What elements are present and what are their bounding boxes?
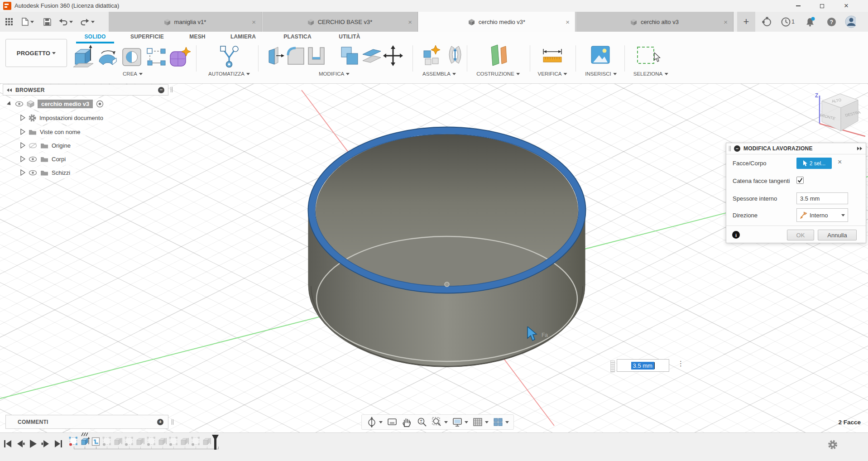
rectangular-pattern-icon[interactable]	[147, 48, 167, 66]
group-label-costruzione[interactable]: COSTRUZIONE	[476, 70, 520, 77]
step-forward-icon[interactable]	[41, 440, 50, 448]
new-component-icon[interactable]	[422, 44, 443, 67]
document-tab-maniglia[interactable]: maniglia v1* ×	[109, 12, 262, 32]
ribbon-tab-superficie[interactable]: SUPERFICIE	[130, 34, 164, 42]
generative-design-icon[interactable]	[219, 45, 240, 68]
measure-icon[interactable]	[542, 47, 563, 64]
panel-grip[interactable]	[171, 87, 173, 92]
extensions-icon[interactable]	[762, 17, 772, 27]
timeline-extrude-feature-suppressed[interactable]	[180, 437, 189, 447]
dialog-header[interactable]: − MODIFICA LAVORAZIONE	[726, 143, 866, 154]
play-icon[interactable]	[29, 439, 37, 448]
window-minimize-button[interactable]	[788, 0, 808, 12]
tab-close-icon[interactable]: ×	[408, 18, 412, 26]
notifications-bell-icon[interactable]	[805, 17, 816, 27]
timeline-sketch-feature-suppressed[interactable]	[169, 437, 178, 447]
construction-plane-icon[interactable]	[488, 43, 509, 68]
ribbon-tab-mesh[interactable]: MESH	[189, 34, 205, 42]
browser-row-schizzi[interactable]: Schizzi	[20, 167, 76, 178]
step-back-icon[interactable]	[16, 440, 25, 448]
user-avatar[interactable]	[845, 17, 856, 27]
ribbon-tab-lamiera[interactable]: LAMIERA	[230, 34, 256, 42]
group-label-automatizza[interactable]: AUTOMATIZZA	[208, 70, 250, 77]
file-menu-icon[interactable]	[20, 17, 35, 27]
document-tab-cerchio-medio[interactable]: cerchio medio v3* ×	[418, 12, 575, 32]
zoom-icon[interactable]: ±	[417, 417, 427, 427]
timeline-shell-feature[interactable]	[91, 437, 101, 447]
group-label-crea[interactable]: CREA	[123, 70, 143, 77]
document-tab-cerchio-alto[interactable]: cerchio alto v3 ×	[576, 12, 734, 32]
document-tab-cerchio-base[interactable]: CERCHIO BASE v3* ×	[262, 12, 418, 32]
joint-icon[interactable]	[446, 44, 465, 67]
move-icon[interactable]	[383, 45, 403, 66]
browser-panel-header[interactable]: BROWSER −	[3, 84, 168, 96]
redo-icon[interactable]	[80, 17, 95, 27]
panel-grip[interactable]	[172, 419, 173, 425]
chain-faces-checkbox[interactable]	[796, 177, 804, 184]
group-label-assembla[interactable]: ASSEMBLA	[422, 70, 456, 77]
create-form-icon[interactable]	[168, 46, 191, 67]
help-icon[interactable]: ?	[826, 17, 837, 27]
browser-row-component[interactable]: cerchio medio v3	[7, 98, 109, 110]
collapse-panel-icon[interactable]	[7, 88, 12, 92]
clear-selection-icon[interactable]: ×	[838, 158, 842, 166]
grid-settings-icon[interactable]	[472, 417, 489, 427]
visibility-eye-icon[interactable]	[15, 101, 24, 107]
visibility-eye-icon[interactable]	[29, 156, 37, 162]
expand-collapsed-icon[interactable]	[20, 169, 25, 176]
expand-triangle-icon[interactable]	[7, 101, 12, 106]
group-label-inserisci[interactable]: INSERISCI	[585, 70, 617, 77]
activate-radio-icon[interactable]	[96, 100, 104, 108]
expand-collapsed-icon[interactable]	[20, 115, 25, 121]
press-pull-icon[interactable]	[265, 45, 285, 66]
view-cube[interactable]: Z ALTO FRONTE DESTRA	[812, 87, 867, 138]
select-icon[interactable]	[636, 45, 656, 65]
browser-minus-icon[interactable]: −	[158, 87, 164, 93]
timeline-position-marker[interactable]	[212, 435, 219, 451]
revolve-icon[interactable]	[97, 47, 120, 67]
orbit-icon[interactable]	[366, 417, 383, 427]
tab-close-icon[interactable]: ×	[724, 18, 728, 26]
component-name[interactable]: cerchio medio v3	[38, 100, 93, 108]
visibility-eye-icon[interactable]	[29, 170, 37, 176]
new-tab-button[interactable]: +	[737, 12, 755, 32]
ring-model[interactable]	[308, 127, 586, 367]
timeline-sketch-feature-suppressed[interactable]	[125, 437, 134, 447]
info-icon[interactable]: i	[732, 231, 740, 239]
faces-selection-button[interactable]: 2 sel...	[796, 158, 832, 169]
timeline-sketch-feature[interactable]	[69, 437, 78, 447]
expand-collapsed-icon[interactable]	[20, 129, 25, 135]
window-maximize-button[interactable]	[812, 0, 832, 12]
project-menu-button[interactable]: PROGETTO	[5, 39, 67, 67]
group-label-seleziona[interactable]: SELEZIONA	[633, 70, 668, 77]
kebab-menu-icon[interactable]: ⋮	[677, 360, 684, 368]
timeline-extrude-feature-suppressed[interactable]	[113, 437, 123, 447]
look-at-icon[interactable]	[387, 417, 398, 427]
dialog-grip[interactable]	[729, 146, 731, 151]
ok-button[interactable]: OK	[787, 230, 814, 240]
offset-face-icon[interactable]	[361, 45, 382, 66]
ribbon-tab-solido[interactable]: SOLIDO	[84, 34, 106, 42]
ribbon-tab-plastica[interactable]: PLASTICA	[283, 34, 312, 42]
viewports-icon[interactable]	[493, 417, 509, 427]
app-grid-icon[interactable]	[4, 17, 14, 27]
model-scene[interactable]	[0, 84, 868, 432]
group-label-modifica[interactable]: MODIFICA	[319, 70, 350, 77]
thickness-input[interactable]: 3.5 mm	[796, 192, 848, 204]
insert-canvas-icon[interactable]	[590, 45, 610, 64]
dimension-input[interactable]: 3.5 mm	[617, 359, 669, 372]
browser-row-named-views[interactable]: Viste con nome	[20, 126, 86, 138]
timeline-extrude-feature-suppressed[interactable]	[202, 437, 211, 447]
go-to-start-icon[interactable]	[4, 440, 12, 448]
group-label-verifica[interactable]: VERIFICA	[537, 70, 567, 77]
expand-collapsed-icon[interactable]	[20, 156, 25, 162]
direction-select[interactable]: Interno	[796, 208, 848, 222]
save-icon[interactable]	[42, 17, 53, 27]
tab-close-icon[interactable]: ×	[252, 18, 256, 26]
fillet-icon[interactable]	[286, 45, 306, 66]
add-comment-icon[interactable]: +	[157, 419, 163, 425]
window-close-button[interactable]: ×	[836, 0, 856, 12]
expand-collapsed-icon[interactable]	[20, 142, 25, 149]
shell-icon[interactable]	[306, 45, 326, 66]
extrude-icon[interactable]	[72, 44, 96, 70]
